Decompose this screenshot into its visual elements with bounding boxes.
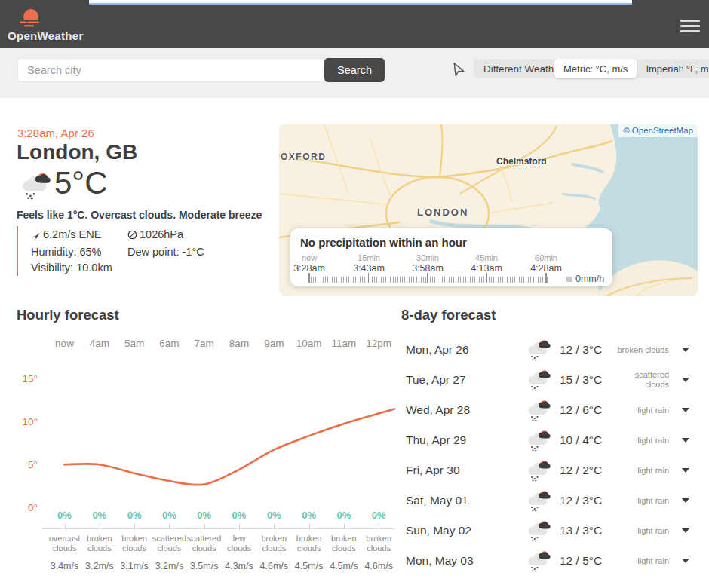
openstreetmap-attribution-link[interactable]: © OpenStreetMap — [618, 124, 698, 137]
hourly-column: 0% broken clouds 4.6m/s — [361, 510, 397, 521]
daily-desc: broken clouds — [615, 345, 669, 355]
hour-label: 8am — [222, 338, 257, 349]
expand-caret-icon[interactable] — [682, 348, 689, 352]
expand-caret-icon[interactable] — [682, 468, 689, 473]
wind-direction-icon — [31, 228, 41, 243]
search-input[interactable] — [17, 58, 335, 82]
pressure-gauge-icon — [127, 228, 137, 243]
current-datetime: 3:28am, Apr 26 — [17, 127, 94, 139]
hourly-column: 0% scattered clouds 3.2m/s — [152, 510, 187, 521]
openweather-logo[interactable]: OpenWeather — [8, 5, 98, 44]
hourly-column: 0% few clouds 4.3m/s — [222, 510, 257, 521]
daily-date: Thu, Apr 29 — [406, 433, 466, 447]
unit-toggle: Metric: °C, m/s Imperial: °F, mph — [554, 59, 709, 78]
hour-label: 6am — [152, 338, 187, 349]
expand-caret-icon[interactable] — [682, 378, 689, 382]
humidity-value: Humidity: 65% — [31, 244, 127, 259]
daily-row[interactable]: Sun, May 02 13 / 3°C light rain — [401, 516, 697, 546]
daily-temp: 15 / 3°C — [560, 373, 602, 387]
app-header: OpenWeather — [0, 0, 709, 48]
expand-caret-icon[interactable] — [682, 408, 689, 412]
hour-label: 11am — [326, 338, 361, 349]
daily-desc: light rain — [615, 406, 669, 415]
daily-weather-icon — [525, 459, 552, 482]
expand-caret-icon[interactable] — [682, 528, 689, 533]
map-label-london: LONDON — [417, 207, 468, 218]
expand-caret-icon[interactable] — [682, 559, 689, 563]
imperial-button[interactable]: Imperial: °F, mph — [637, 59, 709, 78]
hamburger-menu-icon[interactable] — [680, 20, 700, 32]
expand-caret-icon[interactable] — [682, 498, 689, 503]
current-city: London, GB — [17, 140, 137, 164]
precipitation-card: No precipitation within an hour now 3:28… — [290, 228, 612, 286]
hour-label: 10am — [291, 338, 327, 349]
browser-artifact-strip — [89, 0, 632, 5]
daily-forecast-title: 8-day forecast — [401, 307, 496, 323]
daily-desc: light rain — [615, 526, 669, 536]
precip-interval: now 3:28am — [283, 253, 336, 274]
daily-temp: 12 / 5°C — [560, 554, 602, 568]
daily-date: Mon, Apr 26 — [406, 343, 469, 357]
y-axis-tick: 10° — [14, 416, 38, 427]
daily-date: Mon, May 03 — [406, 554, 474, 568]
hourly-column: 0% broken clouds 4.6m/s — [256, 510, 292, 521]
precip-interval: 45min 4:13am — [460, 253, 513, 274]
y-axis-tick: 0° — [14, 502, 38, 513]
daily-row[interactable]: Tue, Apr 27 15 / 3°C scattered clouds — [401, 365, 697, 395]
daily-row[interactable]: Wed, Apr 28 12 / 6°C light rain — [401, 395, 697, 425]
sun-logo-icon — [14, 7, 48, 31]
current-weather-icon — [18, 171, 53, 203]
metric-button[interactable]: Metric: °C, m/s — [554, 59, 637, 78]
daily-row[interactable]: Mon, May 03 12 / 5°C light rain — [401, 546, 697, 576]
precipitation-title: No precipitation within an hour — [300, 236, 467, 249]
daily-desc: light rain — [615, 466, 669, 476]
daily-row[interactable]: Mon, Apr 26 12 / 3°C broken clouds — [401, 335, 697, 365]
daily-weather-icon — [525, 399, 552, 421]
daily-desc: light rain — [615, 556, 669, 566]
hourly-column: 0% broken clouds 4.5m/s — [291, 510, 327, 521]
y-axis-tick: 5° — [14, 459, 38, 470]
daily-temp: 10 / 4°C — [560, 433, 602, 447]
daily-row[interactable]: Sat, May 01 12 / 3°C light rain — [401, 485, 697, 516]
hourly-column: 0% broken clouds 3.2m/s — [81, 510, 117, 521]
daily-weather-icon — [525, 429, 552, 452]
daily-date: Wed, Apr 28 — [406, 403, 470, 417]
daily-weather-icon — [525, 338, 552, 361]
precip-interval: 30min 3:58am — [401, 253, 454, 274]
daily-weather-icon — [525, 550, 552, 572]
precipitation-timeline-ruler — [305, 273, 553, 283]
daily-date: Sat, May 01 — [406, 494, 468, 507]
daily-desc: scattered clouds — [615, 370, 669, 390]
daily-weather-icon — [525, 489, 552, 512]
daily-desc: light rain — [615, 496, 669, 506]
expand-caret-icon[interactable] — [682, 438, 689, 443]
hourly-column: 0% broken clouds 4.5m/s — [326, 510, 361, 521]
current-summary: Feels like 1°C. Overcast clouds. Moderat… — [17, 209, 262, 221]
daily-date: Fri, Apr 30 — [406, 464, 460, 477]
precip-interval: 60min 4:28am — [520, 253, 572, 274]
wind-value: 6.2m/s ENE — [31, 227, 127, 243]
precip-interval: 15min 3:43am — [342, 253, 395, 274]
daily-row[interactable]: Fri, Apr 30 12 / 2°C light rain — [401, 455, 697, 485]
daily-weather-icon — [525, 369, 552, 391]
daily-desc: light rain — [615, 436, 669, 446]
daily-weather-icon — [525, 519, 552, 542]
daily-temp: 12 / 2°C — [560, 464, 602, 477]
hour-label: 5am — [117, 338, 152, 349]
brand-name: OpenWeather — [8, 29, 84, 42]
current-details: 6.2m/s ENE 1026hPa Humidity: 65% Dew poi… — [17, 226, 204, 276]
hourly-axis-line — [42, 528, 395, 529]
search-button[interactable]: Search — [324, 58, 385, 82]
search-bar-section: Search Different Weather? Metric: °C, m/… — [0, 48, 709, 98]
hour-label: 9am — [256, 338, 292, 349]
weather-map[interactable]: OXFORD LONDON Chelmsford © OpenStreetMap… — [279, 124, 698, 296]
visibility-value: Visibility: 10.0km — [31, 260, 127, 275]
hourly-column: 0% broken clouds 3.1m/s — [117, 510, 152, 521]
precipitation-legend: 0mm/h — [566, 274, 604, 284]
hourly-column: 0% scattered clouds 3.5m/s — [186, 510, 222, 521]
hour-label: 7am — [186, 338, 222, 349]
location-arrow-icon[interactable] — [449, 60, 465, 77]
daily-temp: 13 / 3°C — [560, 524, 602, 537]
hour-label: 4am — [81, 338, 117, 349]
daily-row[interactable]: Thu, Apr 29 10 / 4°C light rain — [401, 425, 697, 455]
